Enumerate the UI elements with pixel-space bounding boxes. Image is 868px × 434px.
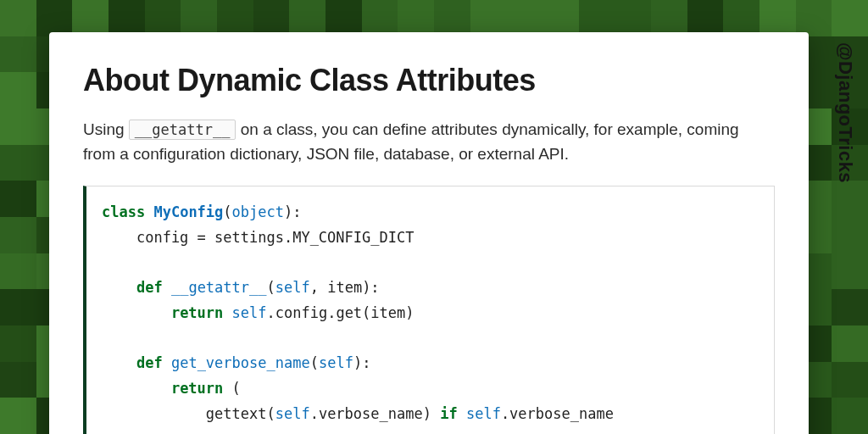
lead-inline-code: __getattr__ bbox=[129, 120, 236, 140]
lead-paragraph: Using __getattr__ on a class, you can de… bbox=[83, 117, 775, 167]
kw-def-1: def bbox=[136, 279, 163, 296]
last-line-pre: gettext( bbox=[102, 405, 275, 422]
author-handle[interactable]: @DjangoTricks bbox=[834, 42, 856, 183]
self-1: self bbox=[275, 279, 310, 296]
class-name: MyConfig bbox=[153, 203, 223, 220]
tail-return-1: .config.get(item) bbox=[267, 304, 415, 321]
self-4: self bbox=[275, 405, 310, 422]
kw-class: class bbox=[102, 203, 145, 220]
kw-return-2: return bbox=[171, 380, 223, 397]
kw-return-1: return bbox=[171, 304, 223, 321]
page-title: About Dynamic Class Attributes bbox=[83, 63, 775, 98]
lead-text-pre: Using bbox=[83, 120, 129, 138]
builtin-object: object bbox=[232, 203, 284, 220]
kw-if: if bbox=[440, 405, 457, 422]
param-item: , item): bbox=[310, 279, 380, 296]
fn-verbose: get_verbose_name bbox=[171, 354, 310, 371]
fn-getattr: __getattr__ bbox=[171, 279, 267, 296]
kw-def-2: def bbox=[136, 354, 163, 371]
self-3: self bbox=[319, 354, 353, 371]
self-2: self bbox=[232, 304, 267, 321]
code-line-config: config = settings.MY_CONFIG_DICT bbox=[102, 229, 414, 246]
self-5: self bbox=[466, 405, 501, 422]
content-card: About Dynamic Class Attributes Using __g… bbox=[49, 32, 809, 434]
code-block: class MyConfig(object): config = setting… bbox=[83, 186, 775, 434]
paren-close: ): bbox=[353, 354, 370, 371]
last-line-mid: .verbose_name) bbox=[310, 405, 441, 422]
open-paren: ( bbox=[223, 380, 240, 397]
last-line-post: .verbose_name bbox=[501, 405, 614, 422]
